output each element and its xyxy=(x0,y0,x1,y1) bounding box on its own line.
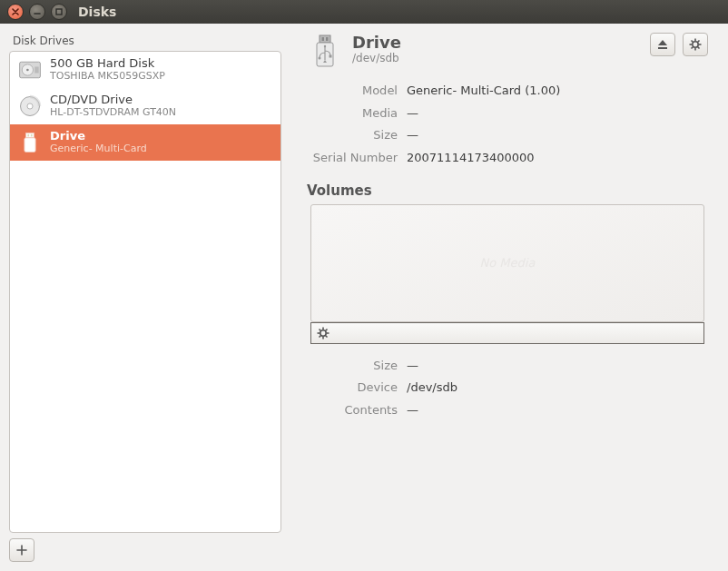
svg-line-36 xyxy=(320,335,321,337)
svg-rect-18 xyxy=(658,47,667,49)
drive-item-subtitle: TOSHIBA MK5059GSXP xyxy=(50,71,165,83)
minimize-icon xyxy=(34,8,41,15)
drive-item-title: CD/DVD Drive xyxy=(50,94,176,107)
svg-point-6 xyxy=(27,103,33,109)
drive-item-hdd[interactable]: 500 GB Hard Disk TOSHIBA MK5059GSXP xyxy=(10,52,280,88)
svg-rect-4 xyxy=(34,67,38,74)
svg-line-26 xyxy=(698,41,700,43)
drive-item-title: Drive xyxy=(50,130,147,143)
add-drive-button[interactable] xyxy=(9,538,34,562)
drive-header: Drive /dev/sdb xyxy=(307,33,708,69)
svg-point-19 xyxy=(693,42,698,47)
svg-rect-10 xyxy=(31,134,33,137)
svg-rect-17 xyxy=(330,55,332,58)
window-body: Disk Drives 500 GB Hard Disk TOSHIBA MK5… xyxy=(0,24,728,571)
prop-serial: Serial Number 20071114173400000 xyxy=(307,147,708,170)
hdd-icon xyxy=(17,57,43,83)
gear-icon xyxy=(689,38,702,51)
volume-toolbar xyxy=(310,322,704,344)
eject-button[interactable] xyxy=(650,33,675,56)
drive-options-button[interactable] xyxy=(683,33,708,56)
drive-item-usb[interactable]: Drive Generic- Multi-Card xyxy=(10,124,280,161)
maximize-icon xyxy=(55,8,63,15)
volume-map[interactable]: No Media xyxy=(310,204,704,322)
list-spacer xyxy=(10,161,280,532)
drive-item-optical[interactable]: CD/DVD Drive HL-DT-STDVDRAM GT40N xyxy=(10,88,280,124)
no-media-label: No Media xyxy=(480,256,536,270)
sidebar: Disk Drives 500 GB Hard Disk TOSHIBA MK5… xyxy=(9,33,281,562)
svg-rect-13 xyxy=(322,37,325,41)
window-close-button[interactable] xyxy=(7,4,24,20)
sidebar-footer xyxy=(9,533,281,562)
window-maximize-button[interactable] xyxy=(51,4,67,20)
plus-icon xyxy=(16,545,27,556)
window-title: Disks xyxy=(78,5,116,19)
svg-point-16 xyxy=(319,57,321,60)
optical-icon xyxy=(17,94,43,119)
eject-icon xyxy=(656,38,669,51)
svg-rect-14 xyxy=(326,37,329,41)
vol-prop-size: Size — xyxy=(307,355,708,378)
svg-line-35 xyxy=(326,329,328,330)
svg-line-25 xyxy=(698,47,700,49)
drive-properties: Model Generic- Multi-Card (1.00) Media —… xyxy=(307,80,708,170)
volume-properties: Size — Device /dev/sdb Contents — xyxy=(307,355,708,422)
prop-model: Model Generic- Multi-Card (1.00) xyxy=(307,80,708,103)
svg-rect-7 xyxy=(26,133,34,138)
usb-icon xyxy=(17,130,43,155)
prop-media: Media — xyxy=(307,103,708,125)
vol-prop-device: Device /dev/sdb xyxy=(307,377,708,399)
drive-actions xyxy=(650,33,708,56)
svg-point-3 xyxy=(26,69,29,72)
close-icon xyxy=(12,8,19,15)
svg-point-15 xyxy=(324,45,326,47)
svg-point-28 xyxy=(320,330,326,336)
volume-options-button[interactable] xyxy=(317,327,330,340)
svg-rect-8 xyxy=(25,138,35,153)
gear-icon xyxy=(317,327,330,340)
drive-list: 500 GB Hard Disk TOSHIBA MK5059GSXP CD/D… xyxy=(9,51,281,533)
svg-line-27 xyxy=(692,47,694,49)
drive-item-title: 500 GB Hard Disk xyxy=(50,57,165,71)
titlebar: Disks xyxy=(0,0,728,24)
svg-line-34 xyxy=(326,335,328,337)
svg-line-33 xyxy=(320,329,321,330)
drive-title: Drive xyxy=(352,33,650,52)
window-minimize-button[interactable] xyxy=(29,4,45,20)
usb-drive-icon xyxy=(307,33,343,69)
svg-rect-9 xyxy=(27,134,29,137)
drive-device-path: /dev/sdb xyxy=(352,52,650,64)
drive-item-subtitle: HL-DT-STDVDRAM GT40N xyxy=(50,107,176,119)
drive-item-subtitle: Generic- Multi-Card xyxy=(50,143,147,155)
sidebar-label: Disk Drives xyxy=(9,33,281,51)
volumes-title: Volumes xyxy=(307,182,708,199)
vol-prop-contents: Contents — xyxy=(307,399,708,422)
svg-line-24 xyxy=(692,41,694,43)
content-pane: Drive /dev/sdb Model Generic- Multi-Card… xyxy=(281,33,719,562)
svg-rect-11 xyxy=(320,35,330,43)
svg-rect-0 xyxy=(56,9,62,15)
prop-size: Size — xyxy=(307,124,708,147)
